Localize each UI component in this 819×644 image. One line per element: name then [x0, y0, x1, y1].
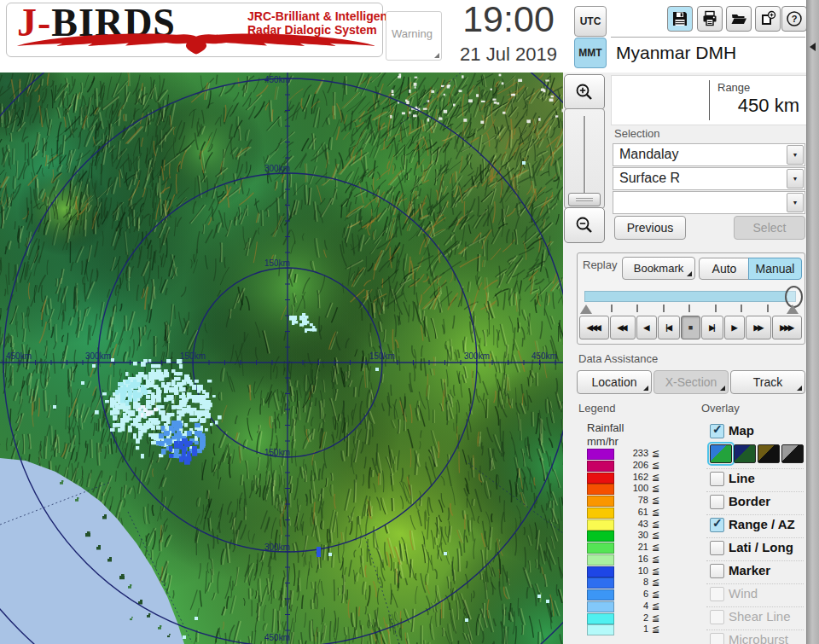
legend-row: 233≦: [587, 449, 681, 460]
seek-start-button[interactable]: ◀◀◀: [579, 316, 609, 339]
add-window-icon: [759, 10, 776, 27]
panel-collapse-strip[interactable]: [806, 0, 819, 644]
selection-dropdown-1[interactable]: Mandalay▼: [613, 143, 805, 166]
slider-end-marker-icon: [787, 305, 799, 314]
legend-suffix: ≦: [652, 589, 659, 600]
legend-value: 61: [618, 507, 648, 517]
play-reverse-button[interactable]: ◀: [636, 316, 658, 339]
svg-text:?: ?: [792, 14, 798, 24]
fast-forward-button[interactable]: ▶▶: [746, 316, 771, 339]
wind-checkbox: [710, 587, 724, 601]
overlay-label-text: Microburst: [729, 632, 788, 644]
slider-tick: [636, 305, 638, 312]
track-button[interactable]: Track: [730, 370, 805, 394]
mmt-button[interactable]: MMT: [574, 38, 607, 68]
zoom-slider-handle[interactable]: [568, 193, 601, 206]
lati-long-checkbox[interactable]: [710, 541, 724, 555]
legend-value: 16: [618, 554, 648, 564]
new-window-button[interactable]: [755, 6, 781, 32]
selection-dropdown-2[interactable]: Surface R▼: [613, 167, 805, 190]
slider-tick: [741, 305, 742, 312]
legend-color-swatch: [587, 577, 614, 589]
step-back-button[interactable]: |◀: [658, 316, 679, 339]
slider-tick: [715, 305, 717, 312]
legend-value: 21: [618, 542, 648, 552]
selection-dropdown-3[interactable]: ▼: [613, 191, 805, 214]
legend-row: 206≦: [587, 461, 681, 472]
station-title: Myanmar DMH: [616, 43, 804, 63]
replay-label: Replay: [583, 258, 617, 271]
overlay-row-map: Map: [706, 421, 804, 444]
border-checkbox[interactable]: [710, 495, 724, 509]
print-button[interactable]: [697, 6, 723, 32]
dropdown-value: Mandalay: [619, 147, 678, 162]
chevron-down-icon[interactable]: ▼: [787, 193, 804, 212]
legend-suffix: ≦: [652, 448, 659, 459]
stop-button[interactable]: ■: [681, 316, 700, 339]
overlay-label-text: Wind: [729, 586, 758, 600]
legend-suffix: ≦: [652, 554, 659, 565]
legend-suffix: ≦: [652, 507, 659, 518]
legend-row: 4≦: [587, 601, 681, 612]
legend-value: 6: [618, 589, 648, 599]
legend-color-swatch: [587, 589, 614, 600]
legend-color-swatch: [587, 554, 614, 566]
x-section-button[interactable]: X-Section: [653, 370, 729, 394]
marker-checkbox[interactable]: [710, 564, 724, 578]
play-button[interactable]: ▶: [724, 316, 746, 339]
replay-panel: Replay Bookmark Auto Manual ◀◀◀◀◀◀|◀■▶|▶…: [577, 252, 805, 345]
auto-mode-button[interactable]: Auto: [699, 258, 750, 280]
legend-color-swatch: [587, 624, 614, 635]
overlay-label-text: Lati / Long: [729, 540, 793, 554]
help-button[interactable]: ?: [781, 6, 807, 32]
zoom-out-button[interactable]: [564, 207, 605, 243]
floppy-icon: [671, 10, 688, 27]
previous-button[interactable]: Previous: [614, 216, 686, 240]
zoom-in-button[interactable]: [564, 74, 605, 110]
map-style-2[interactable]: [734, 444, 756, 463]
chevron-down-icon[interactable]: ▼: [787, 169, 804, 189]
utc-button[interactable]: UTC: [574, 6, 607, 37]
app-window: { "header": { "logo": { "title_red": "J-…: [0, 0, 819, 644]
overlay-row-marker: Marker: [706, 560, 804, 583]
location-button[interactable]: Location: [577, 370, 652, 394]
radar-map[interactable]: [0, 73, 563, 644]
legend-row: 8≦: [587, 577, 681, 589]
legend-value: 100: [618, 483, 648, 493]
warning-panel[interactable]: Warning: [386, 11, 442, 61]
legend-row: 6≦: [587, 589, 681, 600]
map-style-1[interactable]: [710, 444, 732, 463]
microburst-checkbox: [710, 633, 724, 644]
legend-suffix: ≦: [652, 577, 659, 588]
selection-label: Selection: [614, 127, 659, 140]
zoom-slider-track: [584, 116, 586, 198]
collapse-arrow-icon: [810, 43, 816, 51]
header-separator: [611, 37, 805, 38]
slider-tick: [688, 305, 690, 312]
fast-rewind-button[interactable]: ◀◀: [610, 316, 636, 339]
legend-color-swatch: [587, 566, 614, 577]
range-az-checkbox[interactable]: [710, 518, 724, 532]
line-checkbox[interactable]: [710, 472, 724, 486]
map-style-4[interactable]: [781, 444, 804, 463]
magnifier-plus-icon: [574, 82, 595, 102]
seek-end-button[interactable]: ▶▶▶: [772, 316, 802, 339]
legend-suffix: ≦: [652, 612, 659, 624]
legend-value: 2: [618, 612, 648, 623]
save-button[interactable]: [667, 6, 693, 32]
manual-mode-button[interactable]: Manual: [748, 258, 802, 280]
zoom-slider[interactable]: [564, 108, 605, 209]
dropdown-corner-icon: [643, 386, 648, 391]
map-style-3[interactable]: [758, 444, 780, 463]
chevron-down-icon[interactable]: ▼: [787, 145, 804, 165]
select-button[interactable]: Select: [734, 216, 805, 240]
bookmark-button[interactable]: Bookmark: [622, 257, 695, 280]
open-folder-button[interactable]: [726, 6, 752, 32]
replay-slider-track[interactable]: [584, 291, 796, 302]
map-checkbox[interactable]: [710, 424, 724, 438]
dropdown-corner-icon: [720, 386, 725, 391]
transport-controls: ◀◀◀◀◀◀|◀■▶|▶▶▶▶▶▶: [579, 316, 803, 339]
overlay-label-text: Map: [729, 423, 754, 438]
step-forward-button[interactable]: ▶|: [701, 316, 723, 339]
slider-tick: [767, 305, 769, 312]
